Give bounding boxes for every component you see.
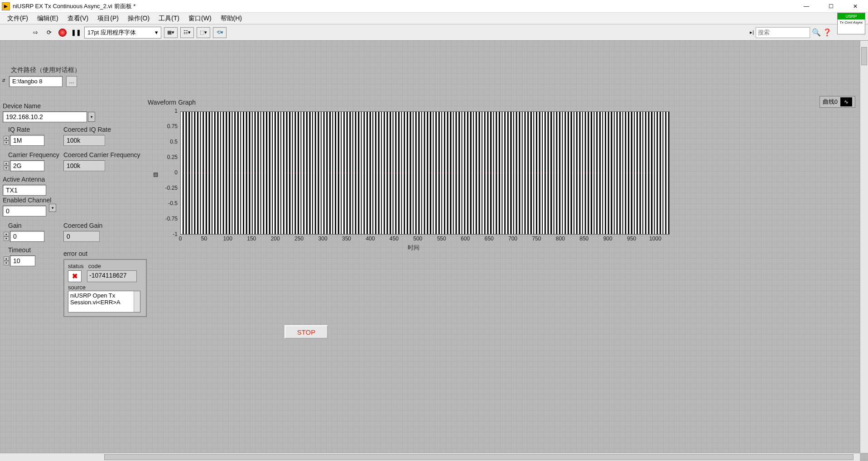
svg-rect-48 xyxy=(316,112,318,234)
svg-rect-8 xyxy=(201,112,203,234)
menu-tools[interactable]: 工具(T) xyxy=(154,14,184,24)
iq-rate-label: IQ Rate xyxy=(8,126,30,133)
svg-rect-108 xyxy=(488,112,490,234)
svg-rect-130 xyxy=(552,112,553,234)
active-antenna-label: Active Antenna xyxy=(3,176,45,183)
search-input[interactable] xyxy=(756,27,810,38)
svg-rect-30 xyxy=(264,112,266,234)
svg-rect-7 xyxy=(198,112,200,234)
graph-svg xyxy=(181,112,669,234)
svg-rect-136 xyxy=(569,112,570,234)
svg-rect-138 xyxy=(574,112,576,234)
minimize-button[interactable]: — xyxy=(798,1,815,11)
path-glyph-icon: ⇵ xyxy=(2,78,5,83)
enabled-channel-input[interactable]: 0 xyxy=(3,206,46,216)
graph-palette-icon[interactable]: ▤ xyxy=(153,171,158,178)
font-selector[interactable]: 17pt 应用程序字体 ▾ xyxy=(84,27,161,38)
svg-rect-123 xyxy=(532,112,533,234)
close-button[interactable]: ✕ xyxy=(847,1,863,11)
iq-rate-input[interactable]: 1M xyxy=(10,135,44,146)
svg-rect-12 xyxy=(212,112,214,234)
gain-input[interactable]: 0 xyxy=(10,231,44,242)
menu-edit[interactable]: 编辑(E) xyxy=(33,14,63,24)
x-tick-label: 750 xyxy=(530,235,543,242)
active-antenna-input[interactable]: TX1 xyxy=(3,185,46,196)
svg-rect-146 xyxy=(598,112,599,234)
svg-rect-117 xyxy=(514,112,516,234)
coerced-gain-output: 0 xyxy=(63,231,100,242)
run-button[interactable]: ⇨ xyxy=(30,27,41,38)
menu-operate[interactable]: 操作(O) xyxy=(123,14,154,24)
front-panel-canvas[interactable]: 文件路径（使用对话框） E:\fangbo 8 … ⇵ Device Name … xyxy=(0,41,868,461)
menu-window[interactable]: 窗口(W) xyxy=(184,14,216,24)
svg-rect-113 xyxy=(502,112,504,234)
menu-file[interactable]: 文件(F) xyxy=(3,14,33,24)
svg-rect-165 xyxy=(652,112,654,234)
vertical-scrollbar[interactable] xyxy=(860,41,868,453)
x-tick-label: 1000 xyxy=(649,235,662,242)
stop-button-label: STOP xyxy=(297,328,316,336)
svg-rect-85 xyxy=(422,112,424,234)
device-name-input[interactable]: 192.168.10.2 xyxy=(3,111,87,122)
menu-project[interactable]: 项目(P) xyxy=(93,14,123,24)
labview-logo-icon: ▶ xyxy=(2,2,10,10)
timeout-spin[interactable]: ▴▾ xyxy=(4,256,9,265)
svg-rect-167 xyxy=(658,112,660,234)
gain-spin[interactable]: ▴▾ xyxy=(4,232,9,241)
error-source-scrollbar[interactable] xyxy=(134,291,140,312)
search-icon[interactable]: 🔍 xyxy=(812,28,821,37)
menu-help[interactable]: 帮助(H) xyxy=(216,14,246,24)
menu-view[interactable]: 查看(V) xyxy=(63,14,93,24)
svg-rect-34 xyxy=(276,112,278,234)
error-source-output[interactable]: niUSRP Open Tx Session.vi<ERR>A xyxy=(68,291,140,312)
svg-rect-125 xyxy=(537,112,539,234)
iq-rate-spin[interactable]: ▴▾ xyxy=(4,136,9,145)
svg-rect-105 xyxy=(480,112,482,234)
graph-plot-area[interactable] xyxy=(180,111,670,235)
svg-rect-44 xyxy=(304,112,306,234)
svg-rect-33 xyxy=(273,112,275,234)
file-browse-button[interactable]: … xyxy=(66,76,77,87)
svg-rect-170 xyxy=(666,112,668,234)
svg-rect-67 xyxy=(371,112,372,234)
horizontal-scrollbar[interactable] xyxy=(0,453,860,461)
align-dropdown[interactable]: ▦▾ xyxy=(164,27,178,38)
svg-rect-111 xyxy=(497,112,499,234)
graph-legend[interactable]: 曲线0 ∿ xyxy=(820,96,855,108)
menubar: 文件(F) 编辑(E) 查看(V) 项目(P) 操作(O) 工具(T) 窗口(W… xyxy=(0,13,868,24)
svg-rect-126 xyxy=(540,112,542,234)
resize-dropdown[interactable]: ⬚▾ xyxy=(197,27,210,38)
svg-rect-139 xyxy=(578,112,579,234)
svg-rect-47 xyxy=(313,112,315,234)
svg-rect-60 xyxy=(351,112,352,234)
svg-rect-77 xyxy=(400,112,401,234)
x-tick-label: 850 xyxy=(578,235,590,242)
svg-rect-114 xyxy=(506,112,507,234)
x-tick-label: 500 xyxy=(411,235,424,242)
help-icon[interactable]: ❓ xyxy=(823,28,832,37)
svg-rect-103 xyxy=(474,112,476,234)
abort-button[interactable] xyxy=(57,27,68,38)
vi-icon-badge[interactable]: USRP Tx Cont Async xyxy=(837,13,865,34)
svg-rect-10 xyxy=(207,112,208,234)
svg-rect-152 xyxy=(615,112,617,234)
svg-rect-86 xyxy=(425,112,427,234)
file-path-input[interactable]: E:\fangbo 8 xyxy=(9,76,63,87)
svg-rect-135 xyxy=(566,112,568,234)
x-tick-label: 250 xyxy=(293,235,305,242)
pause-button[interactable]: ❚❚ xyxy=(71,27,82,38)
distribute-dropdown[interactable]: ☷▾ xyxy=(180,27,194,38)
enabled-channel-dropdown[interactable]: ▾ xyxy=(49,204,56,212)
timeout-input[interactable]: 10 xyxy=(10,255,35,266)
window-buttons: — ☐ ✕ xyxy=(798,1,866,11)
maximize-button[interactable]: ☐ xyxy=(823,1,839,11)
device-name-dropdown-arrow[interactable]: ▾ xyxy=(88,112,95,122)
svg-rect-74 xyxy=(391,112,392,234)
waveform-graph[interactable]: -1-0.75-0.5-0.2500.250.50.751 ▤ 05010015… xyxy=(154,109,675,254)
run-continuous-button[interactable]: ⟳ xyxy=(43,27,54,38)
carrier-freq-spin[interactable]: ▴▾ xyxy=(4,161,9,170)
carrier-freq-input[interactable]: 2G xyxy=(10,160,44,171)
stop-button[interactable]: STOP xyxy=(285,325,328,339)
reorder-dropdown[interactable]: ⟲▾ xyxy=(213,27,227,38)
svg-rect-140 xyxy=(581,112,582,234)
